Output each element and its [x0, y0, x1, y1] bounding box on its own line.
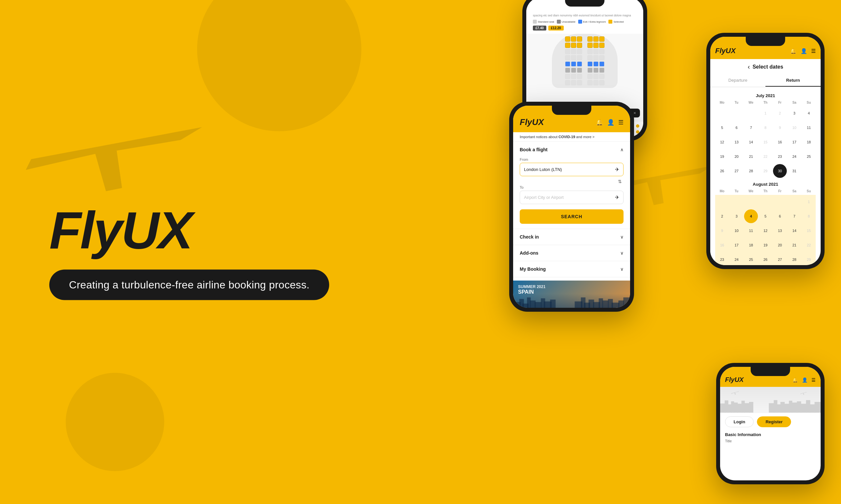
back-arrow[interactable]: ‹ — [748, 63, 750, 71]
cal-cell[interactable]: 9 — [773, 121, 787, 134]
cal-cell[interactable]: 23 — [715, 253, 729, 265]
cal-cell[interactable]: 25 — [744, 253, 758, 265]
cal-cell[interactable]: 18 — [744, 238, 758, 252]
cal-cell[interactable]: 2 — [773, 106, 787, 120]
cal-cell[interactable]: 22 — [758, 150, 772, 163]
cal-cell[interactable]: 1 — [802, 195, 816, 209]
cal-cell[interactable]: 23 — [773, 150, 787, 163]
to-input[interactable]: Airport City or Airport ✈ — [520, 191, 623, 204]
cal-cell[interactable]: 7 — [744, 121, 758, 134]
cal-cell[interactable]: 16 — [773, 135, 787, 149]
cal-cell[interactable]: 3 — [787, 106, 801, 120]
cal-cell[interactable]: 12 — [715, 135, 729, 149]
calendar-user-icon[interactable]: 👤 — [801, 48, 807, 54]
july-title: July 2021 — [715, 93, 816, 98]
cal-cell[interactable]: 28 — [787, 253, 801, 265]
phone-notch-login — [751, 367, 790, 376]
calendar-bell-icon[interactable]: 🔔 — [790, 48, 797, 54]
login-menu-icon[interactable]: ☰ — [811, 377, 816, 383]
cal-cell[interactable]: 6 — [773, 209, 787, 223]
cal-cell[interactable]: 3 — [730, 209, 743, 223]
cal-cell[interactable]: 13 — [730, 135, 743, 149]
cal-cell[interactable]: 1 — [758, 106, 772, 120]
cal-cell[interactable]: 22 — [802, 238, 816, 252]
register-tab[interactable]: Register — [757, 416, 791, 427]
svg-rect-5 — [535, 302, 542, 308]
notice-bar[interactable]: Important notices about COVID-19 and mor… — [513, 132, 630, 142]
user-icon[interactable]: 👤 — [607, 119, 614, 126]
login-tab[interactable]: Login — [725, 416, 754, 427]
search-button[interactable]: SEARCH — [520, 209, 623, 224]
book-flight-header[interactable]: Book a flight ∧ — [513, 142, 630, 158]
cal-cell[interactable]: 16 — [715, 238, 729, 252]
promo-banner[interactable]: SUMMER 2021 SPAIN — [513, 281, 630, 308]
login-bell-icon[interactable]: 🔔 — [792, 377, 798, 383]
tagline-text: Creating a turbulence-free airline booki… — [69, 279, 309, 291]
cal-cell[interactable]: 24 — [730, 253, 743, 265]
dep-return-tabs: Departure Return — [710, 74, 821, 87]
cal-cell[interactable]: 31 — [787, 164, 801, 178]
cal-cell[interactable]: 29 — [758, 164, 772, 178]
my-booking-arrow: ∨ — [620, 267, 623, 272]
cal-cell[interactable]: 2 — [715, 209, 729, 223]
legend-selected: Selected — [608, 20, 623, 24]
cal-cell[interactable]: 21 — [744, 150, 758, 163]
cal-cell[interactable]: 14 — [744, 135, 758, 149]
cal-cell[interactable]: 15 — [802, 224, 816, 237]
seat-row-3 — [565, 49, 604, 54]
cal-cell[interactable]: 15 — [758, 135, 772, 149]
bell-icon[interactable]: 🔔 — [596, 119, 603, 126]
cal-cell[interactable]: 29 — [802, 253, 816, 265]
cal-cell[interactable]: 19 — [758, 238, 772, 252]
seat-row-exit — [565, 61, 604, 67]
add-ons-arrow: ∨ — [620, 250, 623, 256]
july-days-header: Mo Tu We Th Fr Sa Su — [715, 100, 816, 105]
cal-cell[interactable]: 17 — [730, 238, 743, 252]
cal-cell[interactable]: 25 — [802, 150, 816, 163]
cal-cell[interactable]: 14 — [787, 224, 801, 237]
swap-icon[interactable]: ⇅ — [618, 179, 622, 184]
cal-cell[interactable]: 19 — [715, 150, 729, 163]
from-input[interactable]: London Luton (LTN) ✈ — [520, 163, 623, 176]
login-user-icon[interactable]: 👤 — [802, 377, 807, 383]
cal-cell[interactable]: 27 — [773, 253, 787, 265]
cal-cell[interactable]: 27 — [730, 164, 743, 178]
phone-notch-calendar — [746, 37, 785, 46]
cal-cell[interactable]: 10 — [787, 121, 801, 134]
calendar-menu-icon[interactable]: ☰ — [811, 48, 816, 54]
cal-cell[interactable]: 5 — [715, 121, 729, 134]
left-section: FlyUX Creating a turbulence-free airline… — [49, 204, 329, 300]
cal-cell[interactable]: 6 — [730, 121, 743, 134]
cal-cell[interactable]: 7 — [787, 209, 801, 223]
add-ons-header[interactable]: Add-ons ∨ — [513, 245, 630, 261]
rebook-close-icon[interactable]: ✕ — [633, 111, 636, 115]
cal-cell[interactable]: 8 — [802, 209, 816, 223]
cal-cell[interactable]: 26 — [715, 164, 729, 178]
cal-cell[interactable]: 4 — [802, 106, 816, 120]
cal-cell[interactable]: 5 — [758, 209, 772, 223]
cal-cell[interactable]: 17 — [787, 135, 801, 149]
cal-cell[interactable]: 8 — [758, 121, 772, 134]
return-tab[interactable]: Return — [766, 74, 821, 87]
cal-cell[interactable]: 24 — [787, 150, 801, 163]
calendar-header-icons: 🔔 👤 ☰ — [790, 48, 816, 54]
cal-cell-today[interactable]: 30 — [773, 164, 787, 178]
check-in-header[interactable]: Check in ∨ — [513, 229, 630, 245]
cal-cell[interactable]: 12 — [758, 224, 772, 237]
cal-cell-selected[interactable]: 4 — [744, 209, 758, 223]
cal-cell[interactable]: 18 — [802, 135, 816, 149]
cal-cell[interactable]: 13 — [773, 224, 787, 237]
my-booking-header[interactable]: My Booking ∨ — [513, 261, 630, 277]
cal-cell[interactable]: 11 — [744, 224, 758, 237]
cal-cell[interactable]: 26 — [758, 253, 772, 265]
cal-cell[interactable]: 20 — [730, 150, 743, 163]
cal-cell[interactable]: 10 — [730, 224, 743, 237]
cal-cell[interactable]: 9 — [715, 224, 729, 237]
add-ons-label: Add-ons — [520, 250, 538, 256]
cal-cell[interactable]: 11 — [802, 121, 816, 134]
cal-cell[interactable]: 20 — [773, 238, 787, 252]
cal-cell[interactable]: 28 — [744, 164, 758, 178]
cal-cell[interactable]: 21 — [787, 238, 801, 252]
menu-icon[interactable]: ☰ — [618, 119, 623, 126]
departure-tab[interactable]: Departure — [710, 74, 766, 87]
